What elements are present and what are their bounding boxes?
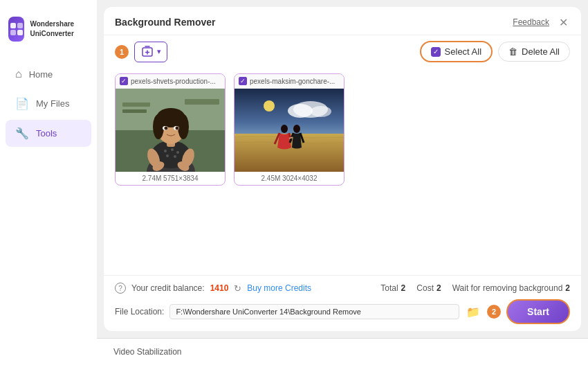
file-location-label: File Location:: [115, 307, 164, 317]
delete-all-label: Delete All: [522, 46, 560, 57]
svg-rect-8: [122, 109, 147, 113]
credit-balance-label: Your credit balance:: [131, 283, 205, 293]
svg-point-33: [311, 106, 331, 117]
svg-rect-9: [185, 99, 219, 105]
image-checkbox-2[interactable]: ✓: [239, 77, 247, 85]
svg-point-29: [176, 127, 179, 130]
toolbar: 1 ▾ ✓ Select All 🗑 Delete All: [104, 35, 581, 68]
wait-label: Wait for removing background: [452, 283, 563, 293]
panel-header-controls: Feedback ✕: [513, 15, 570, 29]
bottom-tab-bar: Video Stabilization: [97, 338, 588, 365]
svg-point-25: [178, 114, 189, 139]
image-thumbnail-2: [235, 89, 344, 172]
credit-value: 1410: [210, 283, 229, 293]
image-info-2: 2.45M 3024×4032: [235, 172, 344, 185]
cost-stat: Cost 2: [416, 283, 441, 293]
delete-all-button[interactable]: 🗑 Delete All: [498, 42, 570, 62]
background-remover-panel: Background Remover Feedback ✕ 1 ▾: [104, 7, 581, 331]
toolbar-right: ✓ Select All 🗑 Delete All: [420, 41, 570, 62]
svg-point-28: [165, 127, 168, 130]
credits-row: ? Your credit balance: 1410 ↻ Buy more C…: [115, 283, 311, 294]
bottom-bar: ? Your credit balance: 1410 ↻ Buy more C…: [104, 275, 581, 331]
wait-value: 2: [565, 283, 570, 293]
video-stabilization-tab[interactable]: Video Stabilization: [108, 344, 187, 359]
image-filename: pexels-shvets-production-...: [131, 78, 216, 85]
wait-stat: Wait for removing background 2: [452, 283, 570, 293]
svg-point-16: [174, 155, 176, 158]
sidebar-item-tools[interactable]: 🔧 Tools: [6, 120, 91, 147]
file-path-input[interactable]: [169, 304, 459, 319]
svg-rect-1: [17, 23, 23, 28]
svg-point-14: [176, 151, 179, 154]
add-files-button[interactable]: ▾: [134, 42, 167, 62]
cost-value: 2: [437, 283, 441, 293]
image-card-2[interactable]: ✓ pexels-maksim-gonchare-...: [234, 73, 344, 186]
buy-credits-link[interactable]: Buy more Credits: [247, 283, 311, 293]
logo-icon: [8, 17, 24, 42]
svg-point-13: [171, 148, 174, 151]
home-icon: ⌂: [15, 68, 22, 80]
browse-folder-button[interactable]: 📁: [465, 303, 481, 320]
tools-icon: 🔧: [15, 127, 29, 140]
total-value: 2: [401, 283, 406, 293]
image-info-1: 2.74M 5751×3834: [116, 172, 225, 185]
app-name: Wondershare UniConverter: [30, 19, 89, 39]
svg-point-34: [264, 100, 275, 112]
image-filename-2: pexels-maksim-gonchare-...: [250, 78, 335, 85]
image-checkbox[interactable]: ✓: [120, 77, 128, 85]
panel-header: Background Remover Feedback ✕: [104, 7, 581, 35]
sidebar-item-tools-label: Tools: [36, 128, 57, 139]
add-icon: [140, 45, 154, 59]
svg-rect-0: [10, 23, 16, 28]
question-icon[interactable]: ?: [115, 283, 126, 294]
sidebar: Wondershare UniConverter ⌂ Home 📄 My Fil…: [0, 0, 97, 365]
sidebar-item-home[interactable]: ⌂ Home: [6, 61, 91, 87]
total-stat: Total 2: [380, 283, 405, 293]
image-thumbnail-1: [116, 89, 225, 172]
image-grid: ✓ pexels-shvets-production-...: [104, 68, 581, 275]
svg-rect-2: [10, 30, 16, 35]
feedback-link[interactable]: Feedback: [513, 17, 549, 27]
svg-point-37: [293, 125, 300, 133]
svg-point-12: [164, 150, 167, 152]
sidebar-nav: ⌂ Home 📄 My Files 🔧 Tools: [0, 61, 97, 147]
image-card[interactable]: ✓ pexels-shvets-production-...: [115, 73, 226, 186]
files-icon: 📄: [15, 97, 29, 110]
sidebar-item-home-label: Home: [29, 69, 53, 80]
select-all-label: Select All: [445, 46, 481, 57]
svg-point-36: [281, 125, 288, 133]
cost-label: Cost: [416, 283, 434, 293]
refresh-icon[interactable]: ↻: [234, 283, 241, 294]
sidebar-item-my-files[interactable]: 📄 My Files: [6, 90, 91, 117]
svg-point-15: [166, 154, 169, 157]
select-all-checkbox: ✓: [431, 47, 441, 57]
svg-rect-7: [122, 103, 150, 107]
panel-title: Background Remover: [115, 17, 215, 28]
credits-stats-row: ? Your credit balance: 1410 ↻ Buy more C…: [115, 283, 570, 294]
sidebar-item-files-label: My Files: [36, 98, 69, 109]
step1-badge: 1: [115, 45, 129, 59]
file-location-row: File Location: 📁 2 Start: [115, 299, 570, 324]
image-card-header: ✓ pexels-shvets-production-...: [116, 74, 225, 89]
image-card-header-2: ✓ pexels-maksim-gonchare-...: [235, 74, 344, 89]
close-button[interactable]: ✕: [556, 15, 570, 29]
app-logo: Wondershare UniConverter: [0, 11, 97, 47]
main-area: Background Remover Feedback ✕ 1 ▾: [97, 0, 588, 365]
svg-point-32: [288, 104, 313, 118]
stats-row: Total 2 Cost 2 Wait for removing backgro…: [380, 283, 570, 293]
total-label: Total: [380, 283, 398, 293]
svg-point-24: [153, 114, 164, 139]
svg-rect-3: [17, 30, 23, 35]
add-dropdown-arrow: ▾: [157, 47, 161, 56]
select-all-button[interactable]: ✓ Select All: [420, 41, 493, 62]
start-button[interactable]: Start: [506, 299, 570, 324]
start-section: 2 Start: [487, 299, 570, 324]
trash-icon: 🗑: [508, 46, 517, 57]
step2-badge: 2: [487, 305, 501, 319]
